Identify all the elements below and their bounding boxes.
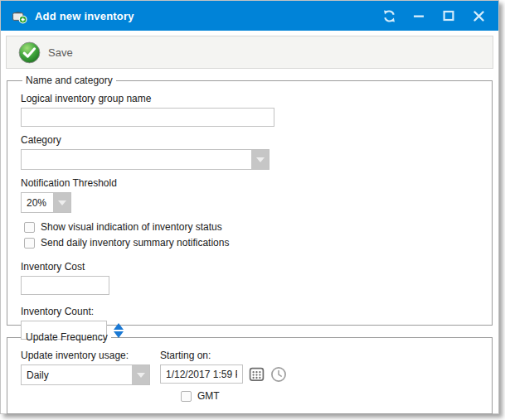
update-usage-label: Update inventory usage:	[21, 350, 150, 361]
clock-icon	[270, 366, 287, 383]
chevron-down-icon	[256, 157, 265, 162]
visual-indication-checkbox[interactable]	[24, 222, 35, 233]
logical-name-input[interactable]	[21, 108, 274, 127]
notification-threshold-dropdown[interactable]: 20%	[21, 192, 71, 213]
category-dropdown-button[interactable]	[251, 150, 269, 169]
visual-indication-checkbox-row[interactable]: Show visual indication of inventory stat…	[24, 221, 483, 233]
daily-summary-checkbox[interactable]	[24, 238, 35, 249]
update-usage-value: Daily	[22, 365, 132, 384]
calendar-picker-button[interactable]	[249, 366, 265, 382]
save-check-icon	[18, 41, 41, 64]
window-controls	[376, 5, 492, 27]
inventory-count-spinner	[114, 323, 124, 338]
minimize-icon	[413, 10, 425, 22]
gmt-label: GMT	[197, 390, 220, 402]
add-inventory-window: Add new inventory	[0, 0, 499, 414]
inventory-cost-label: Inventory Cost	[21, 261, 483, 273]
spinner-down-icon[interactable]	[114, 331, 124, 338]
refresh-button[interactable]	[376, 5, 402, 27]
close-button[interactable]	[465, 5, 492, 27]
minimize-button[interactable]	[405, 5, 432, 27]
category-dropdown[interactable]	[21, 149, 269, 170]
gmt-checkbox[interactable]	[181, 391, 192, 402]
save-label: Save	[48, 46, 73, 59]
spinner-up-icon[interactable]	[114, 323, 124, 330]
gmt-checkbox-row[interactable]: GMT	[181, 390, 287, 402]
notification-threshold-dropdown-button[interactable]	[53, 193, 70, 212]
notification-threshold-value: 20%	[22, 193, 53, 212]
update-usage-column: Update inventory usage: Daily	[21, 345, 150, 402]
close-icon	[473, 11, 484, 22]
daily-summary-checkbox-row[interactable]: Send daily inventory summary notificatio…	[24, 237, 483, 249]
titlebar[interactable]: Add new inventory	[1, 1, 498, 31]
chevron-down-icon	[58, 200, 66, 205]
refresh-icon	[382, 9, 396, 23]
maximize-button[interactable]	[435, 5, 462, 27]
update-frequency-legend: Update Frequency	[22, 331, 111, 343]
add-inventory-icon	[11, 7, 27, 24]
category-label: Category	[21, 134, 483, 146]
inventory-cost-input[interactable]	[21, 276, 109, 295]
daily-summary-label: Send daily inventory summary notificatio…	[41, 237, 229, 249]
update-frequency-group: Update Frequency Update inventory usage:…	[7, 331, 493, 414]
inventory-count-label: Inventory Count:	[21, 306, 483, 317]
starting-on-input[interactable]	[160, 364, 243, 384]
chevron-down-icon	[137, 373, 145, 378]
toolbar: Save	[6, 36, 493, 69]
category-value	[22, 150, 251, 169]
maximize-icon	[443, 10, 454, 22]
name-category-legend: Name and category	[22, 75, 116, 86]
time-picker-button[interactable]	[270, 366, 287, 383]
update-usage-dropdown[interactable]: Daily	[21, 364, 150, 385]
name-category-group: Name and category Logical inventory grou…	[7, 75, 493, 326]
window-title: Add new inventory	[35, 10, 368, 22]
save-button[interactable]: Save	[15, 39, 83, 66]
starting-on-label: Starting on:	[160, 350, 287, 361]
starting-on-column: Starting on:	[160, 345, 287, 402]
update-usage-dropdown-button[interactable]	[132, 365, 149, 384]
calendar-icon	[249, 366, 265, 382]
visual-indication-label: Show visual indication of inventory stat…	[41, 221, 222, 233]
notification-threshold-label: Notification Threshold	[21, 177, 483, 189]
logical-name-label: Logical inventory group name	[21, 93, 483, 104]
